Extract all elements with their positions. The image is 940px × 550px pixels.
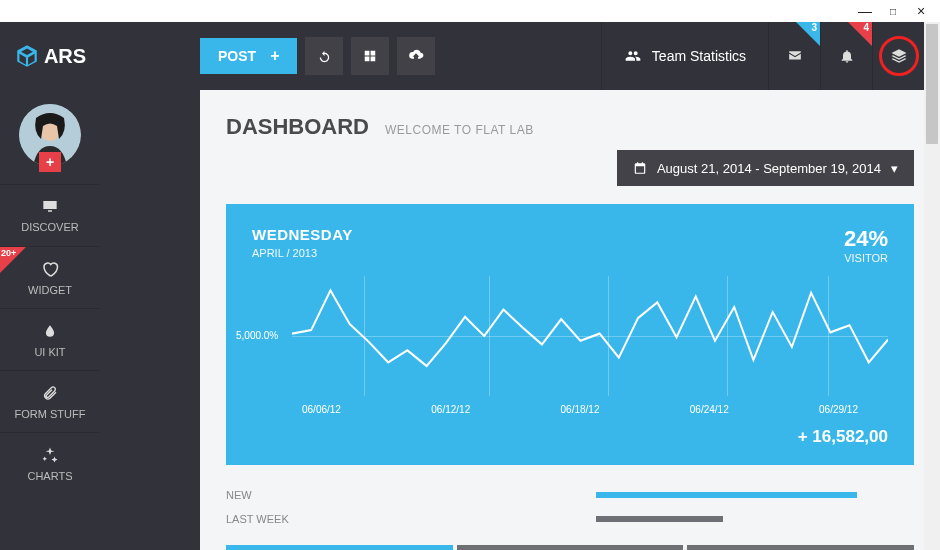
page-subtitle: WELCOME TO FLAT LAB <box>385 123 534 137</box>
sidebar-item-label: UI KIT <box>34 346 65 358</box>
metric-new: NEW <box>226 483 914 507</box>
sidebar: + DISCOVER 20+ WIDGET UI KIT FORM STUFF … <box>0 22 100 550</box>
topbar: ARS POST + Team Statistics 3 4 <box>0 22 924 90</box>
tab-new-visitors[interactable]: NEW VISITORS <box>226 545 453 550</box>
refresh-button[interactable] <box>305 37 343 75</box>
cloud-upload-icon <box>408 48 424 64</box>
metric-lastweek-label: LAST WEEK <box>226 513 596 525</box>
grid-icon <box>363 49 377 63</box>
paperclip-icon <box>42 384 58 402</box>
sidebar-item-label: DISCOVER <box>21 221 78 233</box>
metric-new-bar <box>596 492 857 498</box>
window-close-button[interactable]: × <box>912 2 930 20</box>
logo[interactable]: ARS <box>0 22 100 90</box>
widget-badge-text: 20+ <box>1 248 16 258</box>
date-range-button[interactable]: August 21, 2014 - September 19, 2014 ▾ <box>617 150 914 186</box>
main-content: DASHBOARD WELCOME TO FLAT LAB August 21,… <box>200 90 940 550</box>
visitor-tabs: NEW VISITORS RETURNING LAST WEEK <box>226 545 914 550</box>
scrollbar-thumb[interactable] <box>926 24 938 144</box>
window-titlebar: — □ × <box>0 0 940 22</box>
chart-day: WEDNESDAY <box>252 226 353 243</box>
sparkle-icon <box>40 446 60 464</box>
layers-icon <box>890 47 908 65</box>
sidebar-item-label: FORM STUFF <box>15 408 86 420</box>
chart-month: APRIL / 2013 <box>252 247 353 259</box>
sidebar-item-uikit[interactable]: UI KIT <box>0 308 100 370</box>
window-minimize-button[interactable]: — <box>856 2 874 20</box>
caret-down-icon: ▾ <box>891 161 898 176</box>
chart-gridline-h <box>292 336 888 337</box>
mail-badge-count: 3 <box>811 22 817 33</box>
layers-button[interactable] <box>872 22 924 90</box>
metrics-block: NEW LAST WEEK <box>226 483 914 531</box>
users-icon <box>624 48 642 64</box>
chart-ylabel: 5,000.0% <box>236 330 278 341</box>
tab-last-week[interactable]: LAST WEEK <box>687 545 914 550</box>
chart-percent: 24% <box>844 226 888 252</box>
metric-new-label: NEW <box>226 489 596 501</box>
chart-panel: WEDNESDAY APRIL / 2013 24% VISITOR 5,000… <box>226 204 914 465</box>
avatar-add-badge[interactable]: + <box>39 152 61 172</box>
refresh-icon <box>317 49 332 64</box>
tab-returning[interactable]: RETURNING <box>457 545 684 550</box>
sidebar-item-widget[interactable]: 20+ WIDGET <box>0 246 100 308</box>
avatar-container[interactable]: + <box>19 104 81 166</box>
sidebar-item-formstuff[interactable]: FORM STUFF <box>0 370 100 432</box>
bell-icon <box>839 47 855 65</box>
logo-text: ARS <box>44 45 86 68</box>
window-maximize-button[interactable]: □ <box>884 2 902 20</box>
page-title: DASHBOARD <box>226 114 369 140</box>
post-button-label: POST <box>218 48 256 64</box>
droplet-icon <box>43 322 57 340</box>
plus-icon: + <box>270 47 279 65</box>
date-range-label: August 21, 2014 - September 19, 2014 <box>657 161 881 176</box>
calendar-icon <box>633 161 647 175</box>
sidebar-item-discover[interactable]: DISCOVER <box>0 184 100 246</box>
post-button[interactable]: POST + <box>200 38 297 74</box>
metric-lastweek: LAST WEEK <box>226 507 914 531</box>
metric-lastweek-bar <box>596 516 723 522</box>
scrollbar[interactable] <box>924 22 940 550</box>
grid-button[interactable] <box>351 37 389 75</box>
chart-percent-label: VISITOR <box>844 252 888 264</box>
bell-badge-count: 4 <box>863 22 869 33</box>
team-statistics-label: Team Statistics <box>652 48 746 64</box>
chart-total: + 16,582,00 <box>252 427 888 447</box>
sidebar-item-label: WIDGET <box>28 284 72 296</box>
cloud-button[interactable] <box>397 37 435 75</box>
chart-xlabels: 06/06/1206/12/1206/18/1206/24/1206/29/12 <box>292 404 888 415</box>
notifications-button[interactable]: 4 <box>820 22 872 90</box>
logo-icon <box>14 43 40 69</box>
sidebar-item-charts[interactable]: CHARTS <box>0 432 100 494</box>
heart-icon <box>40 260 60 278</box>
chart-area: 5,000.0% <box>292 276 888 396</box>
envelope-icon <box>786 49 804 63</box>
mail-button[interactable]: 3 <box>768 22 820 90</box>
sidebar-item-label: CHARTS <box>27 470 72 482</box>
monitor-icon <box>39 199 61 215</box>
team-statistics-link[interactable]: Team Statistics <box>601 22 768 90</box>
